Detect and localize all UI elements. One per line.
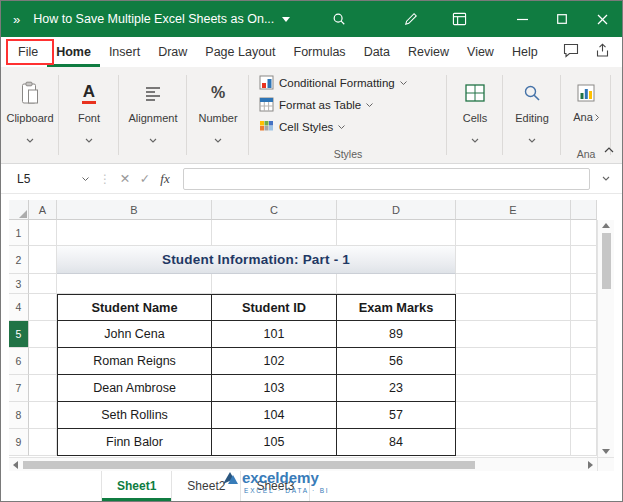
column-header-a[interactable]: A: [29, 200, 57, 220]
tab-help[interactable]: Help: [503, 37, 547, 67]
cell[interactable]: [456, 294, 571, 321]
column-header-d[interactable]: D: [337, 200, 456, 220]
table-header-cell[interactable]: Student ID: [212, 294, 337, 321]
cell[interactable]: [571, 294, 597, 321]
cell[interactable]: [29, 402, 57, 429]
cell[interactable]: [571, 375, 597, 402]
scroll-right-icon[interactable]: [588, 461, 593, 469]
row-header-6[interactable]: 6: [9, 348, 29, 375]
cancel-icon[interactable]: ✕: [115, 171, 135, 186]
row-header-7[interactable]: 7: [9, 375, 29, 402]
cell[interactable]: [29, 375, 57, 402]
scroll-up-icon[interactable]: [602, 223, 610, 228]
cell[interactable]: [571, 348, 597, 375]
minimize-button[interactable]: [502, 1, 542, 37]
tab-home[interactable]: Home: [47, 37, 100, 67]
cell[interactable]: [571, 402, 597, 429]
tab-file[interactable]: File: [9, 37, 47, 67]
cell[interactable]: [57, 274, 212, 294]
table-cell[interactable]: Roman Reigns: [57, 348, 212, 375]
collapse-ribbon-icon[interactable]: [604, 139, 614, 157]
quick-access-overflow-button[interactable]: »: [1, 12, 33, 27]
table-cell[interactable]: 23: [337, 375, 456, 402]
cell[interactable]: [456, 429, 571, 456]
table-cell[interactable]: 103: [212, 375, 337, 402]
scroll-left-icon[interactable]: [13, 461, 18, 469]
tab-page-layout[interactable]: Page Layout: [196, 37, 284, 67]
share-icon[interactable]: [595, 43, 610, 61]
conditional-formatting-button[interactable]: Conditional Formatting: [259, 72, 407, 94]
cell[interactable]: [571, 429, 597, 456]
tab-formulas[interactable]: Formulas: [285, 37, 355, 67]
table-cell[interactable]: 89: [337, 321, 456, 348]
cell[interactable]: [456, 246, 571, 274]
title-dropdown-icon[interactable]: [282, 17, 290, 22]
table-cell[interactable]: 84: [337, 429, 456, 456]
tab-data[interactable]: Data: [355, 37, 399, 67]
table-cell[interactable]: Seth Rollins: [57, 402, 212, 429]
select-all-corner[interactable]: [9, 200, 29, 220]
table-cell[interactable]: 102: [212, 348, 337, 375]
cell[interactable]: [212, 220, 337, 246]
editing-group-button[interactable]: Editing: [503, 67, 561, 163]
chevron-down-icon[interactable]: [82, 177, 89, 181]
cell[interactable]: [29, 246, 57, 274]
maximize-button[interactable]: [542, 1, 582, 37]
cell-styles-button[interactable]: Cell Styles: [259, 116, 345, 138]
table-cell[interactable]: 104: [212, 402, 337, 429]
sheet-tab-sheet1[interactable]: Sheet1: [101, 471, 172, 501]
scroll-down-icon[interactable]: [602, 449, 610, 454]
cell[interactable]: [337, 274, 456, 294]
table-header-cell[interactable]: Student Name: [57, 294, 212, 321]
comments-icon[interactable]: [563, 43, 579, 61]
table-cell[interactable]: 56: [337, 348, 456, 375]
cell[interactable]: [456, 321, 571, 348]
font-group-button[interactable]: A Font: [59, 67, 119, 163]
ribbon-display-options-icon[interactable]: [442, 1, 476, 37]
column-header-b[interactable]: B: [57, 200, 212, 220]
cell[interactable]: [29, 220, 57, 246]
cell[interactable]: [456, 348, 571, 375]
number-group-button[interactable]: % Number: [187, 67, 249, 163]
cell[interactable]: [29, 294, 57, 321]
column-header-e[interactable]: E: [456, 200, 571, 220]
enter-icon[interactable]: ✓: [135, 171, 155, 186]
row-header-1[interactable]: 1: [9, 220, 29, 246]
cell[interactable]: [29, 274, 57, 294]
alignment-group-button[interactable]: Alignment: [119, 67, 187, 163]
row-header-4[interactable]: 4: [9, 294, 29, 321]
row-header-3[interactable]: 3: [9, 274, 29, 294]
cell[interactable]: [29, 429, 57, 456]
close-button[interactable]: [582, 1, 622, 37]
cell[interactable]: [456, 220, 571, 246]
tab-review[interactable]: Review: [399, 37, 458, 67]
table-cell[interactable]: Finn Balor: [57, 429, 212, 456]
formula-input[interactable]: [183, 168, 590, 190]
table-header-cell[interactable]: Exam Marks: [337, 294, 456, 321]
horizontal-scroll-thumb[interactable]: [23, 461, 475, 469]
tab-draw[interactable]: Draw: [149, 37, 196, 67]
row-header-9[interactable]: 9: [9, 429, 29, 456]
cell[interactable]: [571, 274, 597, 294]
column-header-c[interactable]: C: [212, 200, 337, 220]
vertical-scroll-thumb[interactable]: [602, 233, 611, 289]
format-as-table-button[interactable]: Format as Table: [259, 94, 373, 116]
row-header-2[interactable]: 2: [9, 246, 29, 274]
cell[interactable]: [456, 375, 571, 402]
row-header-8[interactable]: 8: [9, 402, 29, 429]
table-cell[interactable]: 105: [212, 429, 337, 456]
name-box[interactable]: L5: [9, 168, 95, 190]
cell[interactable]: [571, 321, 597, 348]
table-cell[interactable]: Dean Ambrose: [57, 375, 212, 402]
table-cell[interactable]: 57: [337, 402, 456, 429]
row-header-5-selected[interactable]: 5: [9, 321, 29, 348]
draw-pen-icon[interactable]: [394, 1, 428, 37]
cell[interactable]: [57, 220, 212, 246]
cell[interactable]: [212, 274, 337, 294]
expand-formula-bar-icon[interactable]: [598, 176, 614, 181]
insert-function-button[interactable]: fx: [155, 171, 175, 187]
vertical-scrollbar[interactable]: [597, 200, 614, 471]
cell[interactable]: [456, 274, 571, 294]
cell[interactable]: [337, 220, 456, 246]
banner-title-cell[interactable]: Student Information: Part - 1: [57, 246, 456, 274]
